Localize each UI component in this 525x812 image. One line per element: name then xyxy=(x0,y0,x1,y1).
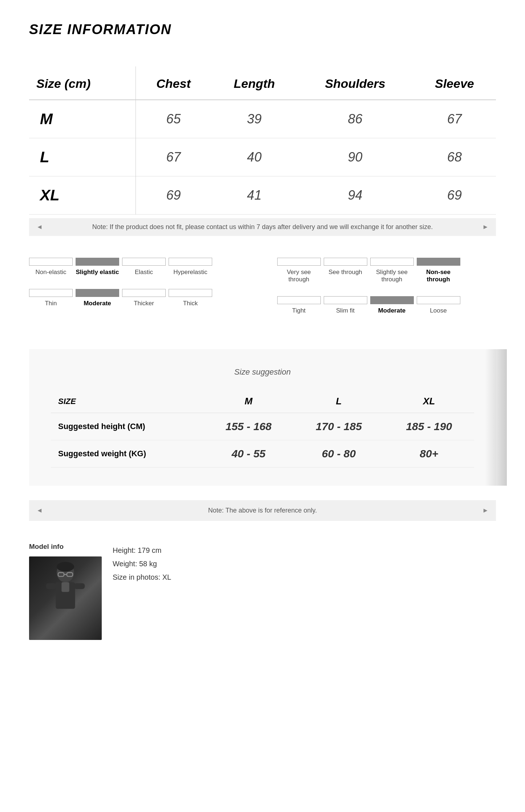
suggestion-col-m: M xyxy=(203,390,294,413)
suggestion-row-weight: Suggested weight (KG) 40 - 55 60 - 80 80… xyxy=(51,440,474,468)
scroll-note-1: ◄ Note: If the product does not fit, ple… xyxy=(29,218,496,236)
left-attributes: Non-elastic Slightly elastic Elastic Hyp… xyxy=(29,258,248,327)
label-slightly-see-through: Slightly see through xyxy=(370,269,414,283)
model-weight: Weight: 58 kg xyxy=(113,560,171,568)
chest-m: 65 xyxy=(136,100,211,138)
bar-non-see-through xyxy=(417,258,460,266)
bar-slim-fit xyxy=(324,296,367,304)
svg-point-1 xyxy=(57,562,74,572)
label-elastic: Elastic xyxy=(122,269,166,276)
suggestion-col-l: L xyxy=(294,390,384,413)
shoulders-m: 86 xyxy=(297,100,413,138)
transparency-bars xyxy=(277,258,496,266)
thickness-bars xyxy=(29,289,248,297)
length-l: 40 xyxy=(211,138,298,176)
col-header-chest: Chest xyxy=(136,66,211,100)
label-non-see-through: Non-see through xyxy=(417,269,460,283)
label-hyperelastic: Hyperelastic xyxy=(169,269,212,276)
attributes-section: Non-elastic Slightly elastic Elastic Hyp… xyxy=(29,258,496,327)
label-loose: Loose xyxy=(417,307,460,314)
bar-hyperelastic xyxy=(169,258,212,266)
shoulders-xl: 94 xyxy=(297,176,413,215)
label-very-see-through: Very see through xyxy=(277,269,321,283)
weight-xl: 80+ xyxy=(384,440,474,468)
label-tight: Tight xyxy=(277,307,321,314)
right-attributes: Very see through See through Slightly se… xyxy=(277,258,496,327)
svg-rect-5 xyxy=(61,582,69,592)
table-note-text: Note: If the product does not fit, pleas… xyxy=(50,223,475,231)
label-non-elastic: Non-elastic xyxy=(29,269,73,276)
table-row: L 67 40 90 68 xyxy=(29,138,496,176)
model-photo-placeholder xyxy=(29,556,102,640)
size-table: Size (cm) Chest Length Shoulders Sleeve … xyxy=(29,66,496,215)
size-label-l: L xyxy=(29,138,136,176)
col-header-shoulders: Shoulders xyxy=(297,66,413,100)
fit-labels: Tight Slim fit Moderate Loose xyxy=(277,307,496,314)
sleeve-m: 67 xyxy=(413,100,496,138)
elasticity-labels: Non-elastic Slightly elastic Elastic Hyp… xyxy=(29,269,248,276)
bar-elastic xyxy=(122,258,166,266)
col-header-length: Length xyxy=(211,66,298,100)
length-m: 39 xyxy=(211,100,298,138)
table-row: XL 69 41 94 69 xyxy=(29,176,496,215)
chest-xl: 69 xyxy=(136,176,211,215)
bar-tight xyxy=(277,296,321,304)
sleeve-xl: 69 xyxy=(413,176,496,215)
arrow-left-icon[interactable]: ◄ xyxy=(36,223,43,231)
size-suggestion-section: Size suggestion SIZE M L XL Suggested he… xyxy=(29,349,496,486)
label-moderate-thickness: Moderate xyxy=(76,300,119,307)
label-slightly-elastic: Slightly elastic xyxy=(76,269,119,276)
bar-moderate-thickness xyxy=(76,289,119,297)
svg-rect-4 xyxy=(74,583,85,589)
label-slim-fit: Slim fit xyxy=(324,307,367,314)
col-header-sleeve: Sleeve xyxy=(413,66,496,100)
fit-bars xyxy=(277,296,496,304)
elasticity-bars xyxy=(29,258,248,266)
label-suggested-height: Suggested height (CM) xyxy=(51,413,203,440)
height-l: 170 - 185 xyxy=(294,413,384,440)
height-m: 155 - 168 xyxy=(203,413,294,440)
arrow-right-2-icon[interactable]: ► xyxy=(482,507,489,514)
size-label-xl: XL xyxy=(29,176,136,215)
elasticity-row: Non-elastic Slightly elastic Elastic Hyp… xyxy=(29,258,248,276)
label-suggested-weight: Suggested weight (KG) xyxy=(51,440,203,468)
model-info-label: Model info xyxy=(29,543,102,551)
model-photo xyxy=(29,556,102,640)
model-height: Height: 179 cm xyxy=(113,546,171,555)
bar-non-elastic xyxy=(29,258,73,266)
suggestion-note-text: Note: The above is for reference only. xyxy=(50,507,475,514)
table-row: M 65 39 86 67 xyxy=(29,100,496,138)
label-moderate-fit: Moderate xyxy=(370,307,414,314)
label-see-through: See through xyxy=(324,269,367,283)
model-info-section: Model info xyxy=(29,543,496,640)
model-silhouette-icon xyxy=(40,562,91,634)
bar-very-see-through xyxy=(277,258,321,266)
bar-slightly-elastic xyxy=(76,258,119,266)
chest-l: 67 xyxy=(136,138,211,176)
model-details: Height: 179 cm Weight: 58 kg Size in pho… xyxy=(113,543,171,582)
arrow-left-2-icon[interactable]: ◄ xyxy=(36,507,43,514)
fit-row: Tight Slim fit Moderate Loose xyxy=(277,296,496,314)
transparency-labels: Very see through See through Slightly se… xyxy=(277,269,496,283)
label-thick: Thick xyxy=(169,300,212,307)
weight-l: 60 - 80 xyxy=(294,440,384,468)
bar-thin xyxy=(29,289,73,297)
bar-thicker xyxy=(122,289,166,297)
bar-loose xyxy=(417,296,460,304)
thickness-row: Thin Moderate Thicker Thick xyxy=(29,289,248,307)
suggestion-col-xl: XL xyxy=(384,390,474,413)
size-label-m: M xyxy=(29,100,136,138)
bar-thick xyxy=(169,289,212,297)
col-header-size: Size (cm) xyxy=(29,66,136,100)
bar-see-through xyxy=(324,258,367,266)
shoulders-l: 90 xyxy=(297,138,413,176)
scroll-note-2: ◄ Note: The above is for reference only.… xyxy=(29,500,496,521)
suggestion-table: SIZE M L XL Suggested height (CM) 155 - … xyxy=(51,390,474,468)
bar-slightly-see-through xyxy=(370,258,414,266)
suggestion-col-size: SIZE xyxy=(51,390,203,413)
transparency-row: Very see through See through Slightly se… xyxy=(277,258,496,283)
suggestion-row-height: Suggested height (CM) 155 - 168 170 - 18… xyxy=(51,413,474,440)
thickness-labels: Thin Moderate Thicker Thick xyxy=(29,300,248,307)
arrow-right-icon[interactable]: ► xyxy=(482,223,489,231)
height-xl: 185 - 190 xyxy=(384,413,474,440)
